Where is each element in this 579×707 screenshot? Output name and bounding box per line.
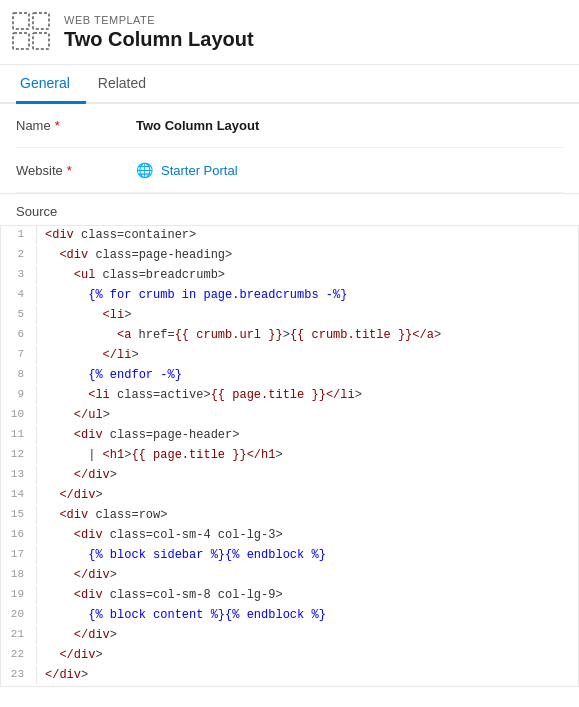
code-line: 14 </div> xyxy=(1,486,578,506)
source-label: Source xyxy=(0,193,579,225)
code-content: {% block sidebar %}{% endblock %} xyxy=(45,546,578,565)
header-subtitle: WEB TEMPLATE xyxy=(64,14,254,26)
line-number: 14 xyxy=(1,486,37,504)
line-number: 10 xyxy=(1,406,37,424)
line-number: 20 xyxy=(1,606,37,624)
web-template-icon xyxy=(12,12,52,52)
code-content: <a href={{ crumb.url }}>{{ crumb.title }… xyxy=(45,326,578,345)
line-number: 16 xyxy=(1,526,37,544)
line-number: 18 xyxy=(1,566,37,584)
line-number: 3 xyxy=(1,266,37,284)
line-number: 9 xyxy=(1,386,37,404)
svg-rect-0 xyxy=(13,13,29,29)
code-content: <div class=page-header> xyxy=(45,426,578,445)
code-line: 10 </ul> xyxy=(1,406,578,426)
code-line: 20 {% block content %}{% endblock %} xyxy=(1,606,578,626)
source-code-block: 1<div class=container>2 <div class=page-… xyxy=(0,225,579,687)
code-content: <ul class=breadcrumb> xyxy=(45,266,578,285)
line-number: 13 xyxy=(1,466,37,484)
code-line: 9 <li class=active>{{ page.title }}</li> xyxy=(1,386,578,406)
line-number: 21 xyxy=(1,626,37,644)
code-line: 17 {% block sidebar %}{% endblock %} xyxy=(1,546,578,566)
line-number: 7 xyxy=(1,346,37,364)
code-line: 11 <div class=page-header> xyxy=(1,426,578,446)
line-number: 12 xyxy=(1,446,37,464)
code-line: 8 {% endfor -%} xyxy=(1,366,578,386)
code-line: 22 </div> xyxy=(1,646,578,666)
code-content: </li> xyxy=(45,346,578,365)
code-line: 4 {% for crumb in page.breadcrumbs -%} xyxy=(1,286,578,306)
code-content: <li> xyxy=(45,306,578,325)
tab-related[interactable]: Related xyxy=(94,65,162,104)
name-value: Two Column Layout xyxy=(136,118,563,133)
header-text: WEB TEMPLATE Two Column Layout xyxy=(64,14,254,51)
code-content: {% block content %}{% endblock %} xyxy=(45,606,578,625)
line-number: 23 xyxy=(1,666,37,684)
code-content: | <h1>{{ page.title }}</h1> xyxy=(45,446,578,465)
svg-rect-1 xyxy=(13,33,29,49)
code-content: </div> xyxy=(45,646,578,665)
code-line: 19 <div class=col-sm-8 col-lg-9> xyxy=(1,586,578,606)
website-label: Website* xyxy=(16,163,136,178)
name-label: Name* xyxy=(16,118,136,133)
code-line: 12 | <h1>{{ page.title }}</h1> xyxy=(1,446,578,466)
code-content: <div class=col-sm-8 col-lg-9> xyxy=(45,586,578,605)
code-line: 23</div> xyxy=(1,666,578,686)
tab-bar: General Related xyxy=(0,65,579,104)
code-content: <div class=container> xyxy=(45,226,578,245)
code-content: </div> xyxy=(45,466,578,485)
globe-icon: 🌐 xyxy=(136,162,153,178)
name-text: Two Column Layout xyxy=(136,118,259,133)
header-title: Two Column Layout xyxy=(64,28,254,51)
code-content: </div> xyxy=(45,566,578,585)
code-line: 18 </div> xyxy=(1,566,578,586)
code-content: <div class=row> xyxy=(45,506,578,525)
code-content: {% endfor -%} xyxy=(45,366,578,385)
code-line: 16 <div class=col-sm-4 col-lg-3> xyxy=(1,526,578,546)
line-number: 1 xyxy=(1,226,37,244)
code-content: </div> xyxy=(45,486,578,505)
code-line: 2 <div class=page-heading> xyxy=(1,246,578,266)
svg-rect-2 xyxy=(33,13,49,29)
tab-general[interactable]: General xyxy=(16,65,86,104)
code-content: <div class=page-heading> xyxy=(45,246,578,265)
website-value: 🌐 Starter Portal xyxy=(136,162,563,178)
line-number: 5 xyxy=(1,306,37,324)
website-link[interactable]: Starter Portal xyxy=(161,163,238,178)
line-number: 11 xyxy=(1,426,37,444)
code-line: 3 <ul class=breadcrumb> xyxy=(1,266,578,286)
code-content: </div> xyxy=(45,626,578,645)
code-line: 13 </div> xyxy=(1,466,578,486)
code-line: 5 <li> xyxy=(1,306,578,326)
line-number: 6 xyxy=(1,326,37,344)
code-line: 15 <div class=row> xyxy=(1,506,578,526)
svg-rect-3 xyxy=(33,33,49,49)
line-number: 4 xyxy=(1,286,37,304)
line-number: 2 xyxy=(1,246,37,264)
code-content: {% for crumb in page.breadcrumbs -%} xyxy=(45,286,578,305)
line-number: 22 xyxy=(1,646,37,664)
name-field: Name* Two Column Layout xyxy=(16,104,563,148)
code-content: <div class=col-sm-4 col-lg-3> xyxy=(45,526,578,545)
form-section: Name* Two Column Layout Website* 🌐 Start… xyxy=(0,104,579,193)
website-field: Website* 🌐 Starter Portal xyxy=(16,148,563,193)
code-line: 7 </li> xyxy=(1,346,578,366)
code-line: 21 </div> xyxy=(1,626,578,646)
code-content: </ul> xyxy=(45,406,578,425)
code-line: 1<div class=container> xyxy=(1,226,578,246)
code-content: </div> xyxy=(45,666,578,685)
line-number: 15 xyxy=(1,506,37,524)
line-number: 19 xyxy=(1,586,37,604)
page-header: WEB TEMPLATE Two Column Layout xyxy=(0,0,579,65)
code-line: 6 <a href={{ crumb.url }}>{{ crumb.title… xyxy=(1,326,578,346)
line-number: 8 xyxy=(1,366,37,384)
line-number: 17 xyxy=(1,546,37,564)
code-content: <li class=active>{{ page.title }}</li> xyxy=(45,386,578,405)
